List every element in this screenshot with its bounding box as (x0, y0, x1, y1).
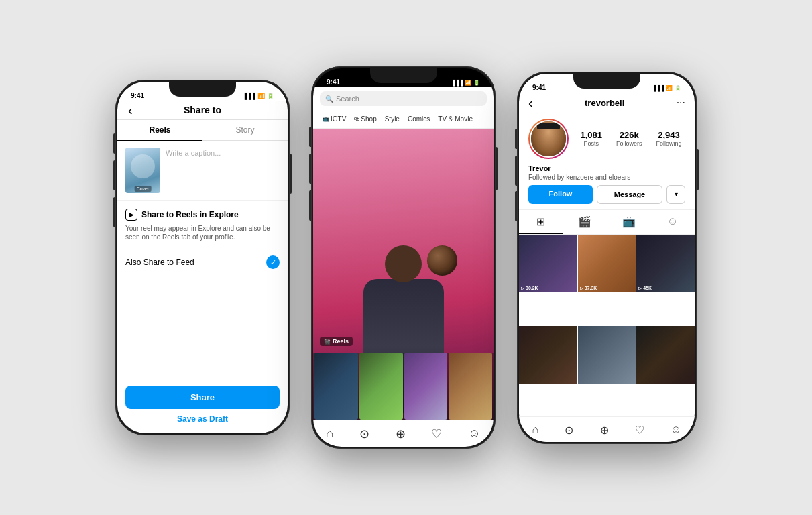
nav3-home-icon[interactable]: ⌂ (532, 424, 539, 437)
profile-nav: ‹ trevorbell ··· (519, 93, 695, 113)
thumb-1[interactable] (314, 353, 358, 420)
tab-reels[interactable]: Reels (117, 120, 202, 140)
search-input-box[interactable]: 🔍 Search (320, 91, 487, 106)
profile-display-name: Trevor (519, 164, 695, 174)
nav3-profile-icon[interactable]: ☺ (671, 424, 681, 437)
cat-comics-label: Comics (408, 115, 430, 123)
category-tabs: 📺 IGTV 🛍 Shop Style Comics TV & Movie (313, 110, 494, 129)
battery-icon: 🔋 (267, 93, 274, 99)
explore-description: Your reel may appear in Explore and can … (125, 224, 280, 241)
caption-row: Cover Write a caption... (117, 141, 288, 201)
grid-cell-5[interactable] (578, 326, 636, 384)
stat-followers: 226k Followers (616, 130, 642, 147)
profile-more-button[interactable]: ··· (677, 97, 685, 109)
caption-input[interactable]: Write a caption... (166, 148, 280, 193)
battery-icon-3: 🔋 (675, 85, 681, 91)
signal-icon: ▐▐▐ (243, 93, 255, 99)
tab-story[interactable]: Story (202, 120, 288, 140)
stat-following: 2,943 Following (656, 130, 681, 147)
also-share-toggle[interactable]: ✓ (266, 255, 280, 269)
cat-shop-label: Shop (361, 115, 376, 123)
basketball (427, 245, 457, 276)
nav-profile-icon[interactable]: ☺ (468, 426, 480, 441)
grid-cell-3[interactable]: ▷45K (636, 235, 695, 293)
cat-comics[interactable]: Comics (404, 113, 434, 125)
share-tabs: Reels Story (117, 120, 288, 141)
nav-heart-icon[interactable]: ♡ (431, 426, 442, 441)
phone-reels-feed: 9:41 ▐▐▐ 📶 🔋 🔍 Search 📺 IGTV (311, 66, 496, 449)
ct-igtv-tab[interactable]: 📺 (607, 210, 651, 234)
follow-button[interactable]: Follow (528, 185, 593, 204)
back-button[interactable]: ‹ (128, 103, 133, 117)
share-title: Share to (184, 105, 221, 115)
grid-cell-1[interactable]: ▷30.2K (519, 235, 577, 293)
status-bar-2: 9:41 ▐▐▐ 📶 🔋 (313, 68, 494, 87)
thumb-3[interactable] (404, 353, 448, 420)
phone3-bottom-nav: ⌂ ⊙ ⊕ ♡ ☺ (519, 416, 695, 442)
nav-add-icon[interactable]: ⊕ (396, 426, 406, 441)
avatar-inner (530, 120, 567, 158)
signal-icon-3: ▐▐▐ (652, 85, 664, 91)
reels-label-overlay: 🎬 Reels (320, 337, 353, 346)
cat-style-label: Style (385, 115, 400, 123)
grid-cell-2[interactable]: ▷37.3K (578, 235, 636, 293)
igtv-icon: 📺 (323, 116, 329, 122)
cat-tv[interactable]: TV & Movie (434, 113, 477, 125)
cover-label: Cover (135, 186, 152, 192)
explore-section: ▶ Share to Reels in Explore Your reel ma… (117, 201, 288, 247)
save-draft-button[interactable]: Save as Draft (125, 414, 280, 424)
reel-main-video: 🎬 Reels (313, 129, 494, 420)
grid-stat-3: ▷45K (638, 286, 652, 290)
photo-grid: ▷30.2K ▷37.3K ▷45K (519, 235, 695, 416)
cat-igtv[interactable]: 📺 IGTV (318, 113, 350, 125)
avatar-hat (537, 123, 560, 129)
grid-cell-6[interactable] (636, 326, 695, 384)
phone2-bottom-nav: ⌂ ⊙ ⊕ ♡ ☺ (313, 420, 494, 447)
message-button[interactable]: Message (597, 185, 662, 204)
cover-thumbnail[interactable]: Cover (125, 148, 160, 193)
cat-style[interactable]: Style (381, 113, 404, 125)
ct-reels-tab[interactable]: 🎬 (563, 210, 607, 234)
reels-badge: 🎬 Reels (320, 337, 353, 346)
nav-search-icon[interactable]: ⊙ (359, 426, 369, 441)
stat-posts-num: 1,081 (580, 130, 602, 140)
stat-following-label: Following (656, 140, 681, 147)
wifi-icon-3: 📶 (666, 85, 673, 91)
cat-shop[interactable]: 🛍 Shop (350, 113, 380, 125)
also-share-label: Also Share to Feed (125, 258, 194, 267)
nav3-search-icon[interactable]: ⊙ (565, 424, 573, 437)
shop-icon: 🛍 (354, 116, 359, 122)
nav3-heart-icon[interactable]: ♡ (635, 424, 644, 437)
grid-cell-4[interactable] (519, 326, 577, 384)
thumb-4[interactable] (449, 353, 492, 420)
profile-info-section: 1,081 Posts 226k Followers 2,943 Followi… (519, 113, 695, 164)
time-1: 9:41 (131, 92, 144, 99)
ct-tagged-tab[interactable]: ☺ (651, 210, 695, 234)
stat-posts: 1,081 Posts (580, 130, 602, 147)
nav-home-icon[interactable]: ⌂ (326, 426, 333, 441)
profile-back-button[interactable]: ‹ (528, 95, 533, 111)
thumbnails-row (313, 353, 494, 420)
followed-by-text: Followed by kenzoere and eloears (519, 174, 695, 185)
reel-icon: 🎬 (324, 339, 331, 345)
dropdown-button[interactable]: ▾ (666, 185, 685, 204)
share-body: Cover Write a caption... ▶ Share to Reel… (117, 141, 288, 379)
thumb-2[interactable] (359, 353, 403, 420)
grid-stat-1: ▷30.2K (521, 286, 538, 290)
share-header: ‹ Share to (117, 101, 288, 120)
scene: 9:41 ▐▐▐ 📶 🔋 ‹ Share to Reels Story (0, 0, 812, 515)
time-2: 9:41 (327, 78, 340, 86)
play-icon-2: ▷ (580, 286, 583, 290)
nav3-add-icon[interactable]: ⊕ (600, 424, 609, 437)
cat-igtv-label: IGTV (331, 115, 346, 123)
ct-grid-tab[interactable]: ⊞ (519, 210, 563, 234)
phone1-footer: Share Save as Draft (117, 379, 288, 433)
search-bar: 🔍 Search (313, 87, 494, 110)
play-icon-1: ▷ (521, 286, 524, 290)
also-share-row: Also Share to Feed ✓ (117, 247, 288, 277)
search-placeholder: Search (336, 95, 359, 103)
status-icons-2: ▐▐▐ 📶 🔋 (451, 80, 480, 86)
share-button[interactable]: Share (125, 386, 280, 409)
profile-avatar (528, 119, 569, 159)
reels-explore-icon: ▶ (125, 209, 137, 221)
